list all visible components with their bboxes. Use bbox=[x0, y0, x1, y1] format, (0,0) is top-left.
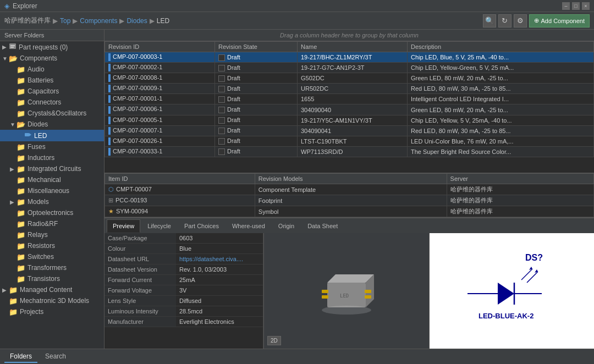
sidebar-item-miscellaneous[interactable]: 📁Miscellaneous bbox=[0, 185, 104, 196]
main-container: 哈萨维的器件库 ▶ Top ▶ Components ▶ Diodes ▶ LE… bbox=[0, 12, 594, 364]
svg-point-12 bbox=[322, 306, 371, 315]
table-row[interactable]: CMP-007-00033-1 Draft WP7113SRD/D The Su… bbox=[105, 146, 594, 157]
table-row[interactable]: CMP-007-00005-1 Draft 19-217/Y5C-AM1N1VY… bbox=[105, 115, 594, 125]
sidebar-item-components[interactable]: ▼📂Components bbox=[0, 53, 104, 64]
breadcrumb-sep-3: ▶ bbox=[119, 17, 124, 25]
table-row[interactable]: CMP-007-00003-1 Draft 19-217/BHC-ZL1M2RY… bbox=[105, 52, 594, 63]
footer-tabs: PreviewLifecyclePart ChoicesWhere-usedOr… bbox=[105, 218, 594, 233]
sidebar-item-led[interactable]: LED bbox=[0, 130, 104, 141]
item-col-id[interactable]: Item ID bbox=[105, 174, 255, 184]
cell-revision-id: CMP-007-00003-1 bbox=[105, 52, 215, 63]
sidebar-item-audio[interactable]: 📁Audio bbox=[0, 64, 104, 75]
prop-row: Luminous Intensity28.5mcd bbox=[105, 306, 263, 317]
sidebar-item-part-requests[interactable]: ▶Part requests (0) bbox=[0, 41, 104, 53]
sidebar-item-fuses[interactable]: 📁Fuses bbox=[0, 141, 104, 152]
sidebar-item-projects[interactable]: 📁Projects bbox=[0, 306, 104, 317]
table-row[interactable]: CMP-007-00007-1 Draft 304090041 Red LED,… bbox=[105, 125, 594, 136]
table-row[interactable]: CMP-007-00001-1 Draft 1655 Intelligent C… bbox=[105, 94, 594, 104]
sidebar-tree[interactable]: ▶Part requests (0)▼📂Components📁Audio📁Bat… bbox=[0, 41, 104, 349]
prop-label: Datasheet Version bbox=[105, 264, 176, 274]
sidebar-item-capacitors[interactable]: 📁Capacitors bbox=[0, 86, 104, 97]
footer-tab-data-sheet[interactable]: Data Sheet bbox=[301, 219, 344, 233]
sidebar-label-transistors: Transistors bbox=[28, 275, 60, 283]
breadcrumb-top[interactable]: Top bbox=[60, 17, 70, 25]
close-button[interactable]: × bbox=[582, 2, 590, 10]
item-cell-id: ⊞PCC-00193 bbox=[105, 195, 255, 206]
tree-icon-mechanical: 📁 bbox=[16, 176, 25, 184]
col-description[interactable]: Description bbox=[408, 42, 594, 52]
sidebar-label-audio: Audio bbox=[28, 65, 45, 73]
col-revision-id[interactable]: Revision ID bbox=[105, 42, 215, 52]
sidebar-item-batteries[interactable]: 📁Batteries bbox=[0, 75, 104, 86]
sidebar-item-diodes[interactable]: ▼📂Diodes bbox=[0, 119, 104, 130]
prop-row: Lens StyleDiffused bbox=[105, 296, 263, 306]
item-details-container[interactable]: Item ID Revision Models Server ⬡CMPT-000… bbox=[105, 173, 594, 218]
sidebar-label-miscellaneous: Miscellaneous bbox=[28, 187, 69, 195]
table-row[interactable]: CMP-007-00008-1 Draft G502DC Green LED, … bbox=[105, 73, 594, 84]
sidebar-item-integrated-circuits[interactable]: ▶📁Integrated Circuits bbox=[0, 163, 104, 174]
minimize-button[interactable]: – bbox=[562, 2, 570, 10]
sidebar-item-switches[interactable]: 📁Switches bbox=[0, 251, 104, 262]
prop-value: 0603 bbox=[176, 233, 263, 243]
sidebar-item-optoelectronics[interactable]: 📁Optoelectronics bbox=[0, 207, 104, 218]
component-table-container[interactable]: Revision ID Revision State Name Descript… bbox=[105, 41, 594, 173]
sidebar-item-connectors[interactable]: 📁Connectors bbox=[0, 97, 104, 108]
sidebar-item-mechatronic[interactable]: 📁Mechatronic 3D Models bbox=[0, 295, 104, 306]
refresh-icon-btn[interactable]: ↻ bbox=[498, 14, 512, 27]
preview-3d: LED 2D bbox=[264, 233, 430, 349]
item-col-server[interactable]: Server bbox=[447, 174, 593, 184]
search-icon-btn[interactable]: 🔍 bbox=[483, 14, 496, 27]
bottom-tab-folders[interactable]: Folders bbox=[4, 351, 37, 363]
prop-value[interactable]: https://datasheet.civa.... bbox=[176, 254, 263, 264]
svg-text:DS?: DS? bbox=[525, 253, 543, 262]
tree-icon-relays: 📁 bbox=[16, 231, 25, 239]
prop-row: Forward Voltage3V bbox=[105, 285, 263, 296]
bottom-tab-search[interactable]: Search bbox=[40, 351, 72, 363]
breadcrumb-components[interactable]: Components bbox=[80, 17, 117, 25]
col-revision-state[interactable]: Revision State bbox=[215, 42, 298, 52]
svg-text:LED: LED bbox=[340, 293, 349, 299]
sidebar-item-crystals[interactable]: 📁Crystals&Oscillators bbox=[0, 108, 104, 119]
sidebar-label-radio-rf: Radio&RF bbox=[28, 220, 58, 228]
footer-tab-where-used[interactable]: Where-used bbox=[226, 219, 271, 233]
footer-tab-origin[interactable]: Origin bbox=[272, 219, 300, 233]
table-row[interactable]: CMP-007-00002-1 Draft 19-217-G7C-AN1P2-3… bbox=[105, 63, 594, 73]
sidebar-item-models[interactable]: ▶📁Models bbox=[0, 196, 104, 207]
sidebar-item-radio-rf[interactable]: 📁Radio&RF bbox=[0, 218, 104, 229]
sidebar-item-relays[interactable]: 📁Relays bbox=[0, 229, 104, 240]
prop-row: Datasheet VersionRev. 1.0, 03/2003 bbox=[105, 264, 263, 275]
table-row[interactable]: CMP-007-00006-1 Draft 304090040 Green LE… bbox=[105, 104, 594, 115]
cell-desc: Intelligent Control LED Integrated I... bbox=[408, 94, 594, 104]
sidebar-item-managed-content[interactable]: ▶📁Managed Content bbox=[0, 284, 104, 295]
col-name[interactable]: Name bbox=[298, 42, 408, 52]
footer-tab-preview[interactable]: Preview bbox=[107, 219, 140, 233]
cell-name: WP7113SRD/D bbox=[298, 146, 408, 157]
sidebar-item-mechanical[interactable]: 📁Mechanical bbox=[0, 174, 104, 185]
item-detail-row[interactable]: ⊞PCC-00193 Footprint 哈萨维的器件库 bbox=[105, 195, 594, 206]
table-row[interactable]: CMP-007-00026-1 Draft LTST-C190TBKT LED … bbox=[105, 136, 594, 146]
tree-icon-transformers: 📁 bbox=[16, 264, 25, 272]
cell-name: 1655 bbox=[298, 94, 408, 104]
sidebar-item-resistors[interactable]: 📁Resistors bbox=[0, 240, 104, 251]
add-component-button[interactable]: ⊕ Add Component bbox=[529, 14, 590, 27]
footer-tab-part-choices[interactable]: Part Choices bbox=[178, 219, 225, 233]
tree-icon-switches: 📁 bbox=[16, 253, 25, 261]
title-bar-title: Explorer bbox=[13, 2, 562, 10]
table-row[interactable]: CMP-007-00009-1 Draft UR502DC Red LED, 8… bbox=[105, 84, 594, 94]
prop-value: 3V bbox=[176, 285, 263, 295]
item-detail-row[interactable]: ★SYM-00094 Symbol 哈萨维的器件库 bbox=[105, 206, 594, 217]
item-col-models[interactable]: Revision Models bbox=[255, 174, 447, 184]
sidebar-item-transformers[interactable]: 📁Transformers bbox=[0, 262, 104, 273]
item-detail-row[interactable]: ⬡CMPT-00007 Component Template 哈萨维的器件库 bbox=[105, 184, 594, 195]
cell-revision-id: CMP-007-00008-1 bbox=[105, 73, 215, 84]
sidebar-item-inductors[interactable]: 📁Inductors bbox=[0, 152, 104, 163]
maximize-button[interactable]: □ bbox=[572, 2, 580, 10]
breadcrumb-server[interactable]: 哈萨维的器件库 bbox=[4, 16, 51, 25]
cell-name: UR502DC bbox=[298, 84, 408, 94]
breadcrumb-diodes[interactable]: Diodes bbox=[127, 17, 147, 25]
footer-tab-lifecycle[interactable]: Lifecycle bbox=[141, 219, 177, 233]
settings-icon-btn[interactable]: ⚙ bbox=[514, 14, 527, 27]
svg-rect-11 bbox=[365, 295, 371, 299]
sidebar-item-transistors[interactable]: 📁Transistors bbox=[0, 273, 104, 284]
prop-row: ColourBlue bbox=[105, 244, 263, 254]
